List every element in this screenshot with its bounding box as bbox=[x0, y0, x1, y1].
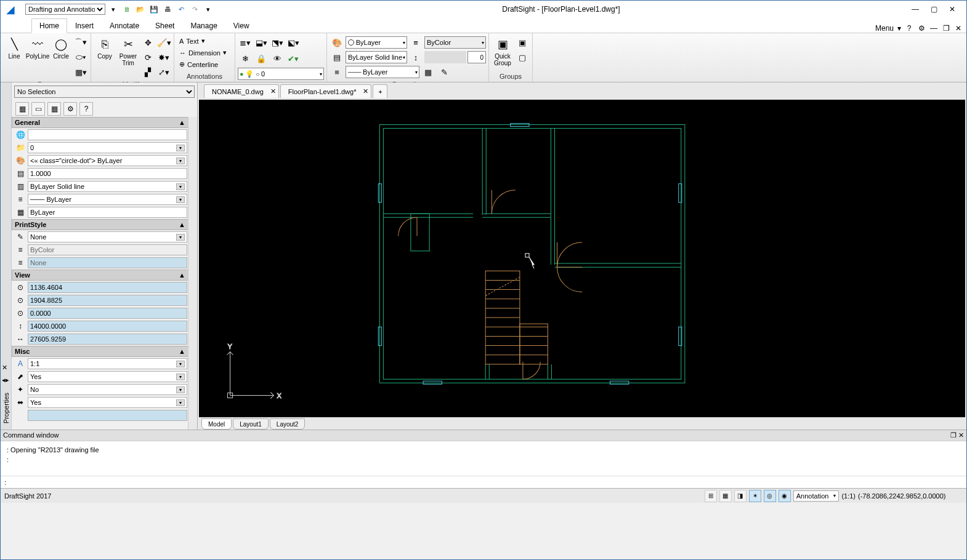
extra-field[interactable] bbox=[28, 410, 187, 421]
linetype-icon[interactable]: ▤ bbox=[330, 50, 344, 64]
doc-close-button[interactable]: ✕ bbox=[954, 24, 963, 33]
layer-tools-icon[interactable]: ⬔▾ bbox=[270, 36, 285, 49]
workspace-settings-icon[interactable]: ▾ bbox=[108, 4, 119, 15]
document-tab-new[interactable]: + bbox=[373, 84, 387, 98]
prop-cat-general[interactable]: General▲ bbox=[12, 117, 188, 128]
power-trim-button[interactable]: ✂Power Trim bbox=[117, 36, 139, 66]
tab-manage[interactable]: Manage bbox=[182, 18, 225, 33]
color-icon[interactable]: 🎨 bbox=[330, 36, 344, 49]
prop-cat-misc[interactable]: Misc▲ bbox=[12, 346, 188, 357]
app-logo-icon[interactable]: ◢ bbox=[3, 2, 18, 17]
ucsicon-field[interactable]: Yes bbox=[28, 371, 187, 382]
explode-icon[interactable]: ✸▾ bbox=[156, 50, 171, 64]
mirror-icon[interactable]: ▞ bbox=[140, 65, 155, 79]
transparency-slider[interactable] bbox=[424, 51, 466, 63]
redo-icon[interactable]: ↷ bbox=[189, 4, 200, 15]
rectangle-icon[interactable]: ⬭▾ bbox=[73, 50, 88, 64]
text-button[interactable]: AText▾ bbox=[177, 36, 232, 46]
ungroup-icon[interactable]: ▢ bbox=[515, 50, 530, 64]
drawing-canvas[interactable]: X Y bbox=[199, 100, 965, 417]
match-icon[interactable]: ↕ bbox=[408, 50, 423, 64]
lineweight-field[interactable]: ─── ByLayer bbox=[28, 194, 187, 205]
properties-panel-tab[interactable]: ✕ ◂▸ Properties bbox=[1, 82, 12, 430]
panel-pin-icon[interactable]: ◂▸ bbox=[2, 376, 10, 385]
document-tab-noname[interactable]: NONAME_0.dwg✕ bbox=[204, 84, 279, 98]
polygon-icon[interactable]: ▦▾ bbox=[73, 65, 88, 79]
eyedropper-icon[interactable]: ✎ bbox=[437, 65, 451, 79]
circle-button[interactable]: ◯Circle bbox=[50, 36, 72, 60]
tab-insert[interactable]: Insert bbox=[67, 18, 102, 33]
sheet-tab-layout2[interactable]: Layout2 bbox=[270, 418, 305, 430]
layer-field[interactable]: 0 bbox=[28, 142, 187, 153]
layer-lock-icon[interactable]: 🔒 bbox=[254, 52, 269, 65]
layer-manager-icon[interactable]: ≣▾ bbox=[238, 36, 253, 49]
rotate-icon[interactable]: ⟳ bbox=[140, 50, 155, 64]
sheet-tab-layout1[interactable]: Layout1 bbox=[233, 418, 269, 430]
transparency-input[interactable] bbox=[467, 51, 486, 63]
center-x-field[interactable]: 1136.4604 bbox=[28, 282, 187, 293]
layer-isolate-icon[interactable]: 👁 bbox=[270, 52, 285, 65]
props-palette-icon[interactable]: ▦ bbox=[421, 65, 435, 79]
dimension-button[interactable]: ↔Dimension▾ bbox=[177, 47, 232, 58]
undo-icon[interactable]: ↶ bbox=[176, 4, 187, 15]
minimize-button[interactable]: — bbox=[908, 2, 922, 16]
ucsper-field[interactable]: Yes bbox=[28, 397, 187, 408]
grid-button[interactable]: ▦ bbox=[719, 490, 732, 502]
arc-icon[interactable]: ⌒▾ bbox=[73, 36, 88, 49]
ucsorigin-field[interactable]: No bbox=[28, 384, 187, 395]
color-field[interactable]: <« class="circle-dot"> ByLayer bbox=[28, 155, 187, 166]
center-z-field[interactable]: 0.0000 bbox=[28, 308, 187, 319]
close-button[interactable]: ✕ bbox=[945, 2, 959, 16]
layer-check-icon[interactable]: ✔▾ bbox=[286, 52, 301, 65]
workspace-select[interactable]: Drafting and Annotation bbox=[25, 4, 105, 15]
polyline-button[interactable]: 〰PolyLine bbox=[26, 36, 49, 60]
save-icon[interactable]: 💾 bbox=[148, 4, 160, 15]
doc-tab-close-icon[interactable]: ✕ bbox=[270, 87, 276, 95]
open-icon[interactable]: 📂 bbox=[135, 4, 146, 15]
doc-restore-button[interactable]: ❐ bbox=[942, 24, 950, 33]
print-field[interactable]: ByLayer bbox=[28, 207, 187, 218]
scale-field[interactable]: 1.0000 bbox=[28, 168, 187, 179]
calc-icon[interactable]: ⚙ bbox=[63, 102, 77, 116]
pstyle-field[interactable]: None bbox=[28, 231, 187, 242]
selection-combo[interactable]: No Selection bbox=[14, 86, 195, 98]
qat-more-icon[interactable]: ▾ bbox=[203, 4, 214, 15]
copy-button[interactable]: ⎘Copy bbox=[94, 36, 116, 60]
prop-cat-printstyle[interactable]: PrintStyle▲ bbox=[12, 219, 188, 230]
command-input[interactable]: : bbox=[1, 476, 966, 488]
cmd-close-icon[interactable]: ✕ bbox=[958, 431, 964, 439]
layer-filter-icon[interactable]: ⬕▾ bbox=[286, 36, 301, 49]
command-history[interactable]: : Opening "R2013" drawing file : bbox=[1, 441, 966, 476]
line-button[interactable]: ╲Line bbox=[3, 36, 25, 60]
lineweight-combo[interactable]: ─── ByLayer bbox=[346, 66, 419, 78]
group-edit-icon[interactable]: ▣ bbox=[515, 36, 530, 49]
help2-icon[interactable]: ? bbox=[79, 102, 93, 116]
tab-sheet[interactable]: Sheet bbox=[147, 18, 182, 33]
active-layer-combo[interactable]: ● 💡 ○ 0 bbox=[238, 68, 324, 80]
tab-annotate[interactable]: Annotate bbox=[102, 18, 147, 33]
quick-select-icon[interactable]: ▦ bbox=[47, 102, 61, 116]
quick-group-button[interactable]: ▣Quick Group bbox=[492, 36, 514, 66]
tab-home[interactable]: Home bbox=[31, 18, 67, 33]
center-y-field[interactable]: 1904.8825 bbox=[28, 295, 187, 306]
esnap-button[interactable]: ◎ bbox=[764, 490, 776, 502]
print-icon[interactable]: 🖶 bbox=[162, 4, 173, 15]
menu-dropdown[interactable]: Menu bbox=[875, 24, 894, 33]
help-icon[interactable]: ? bbox=[905, 24, 913, 33]
prop-cat-view[interactable]: View▲ bbox=[12, 270, 188, 281]
lineweight-icon[interactable]: ≡ bbox=[330, 65, 344, 79]
tab-view[interactable]: View bbox=[225, 18, 257, 33]
erase-icon[interactable]: 🧹▾ bbox=[156, 36, 171, 49]
doc-tab-close-icon[interactable]: ✕ bbox=[363, 87, 368, 95]
sheet-tab-model[interactable]: Model bbox=[201, 418, 232, 430]
layer-freeze-icon[interactable]: ❄ bbox=[238, 52, 253, 65]
linetype-combo[interactable]: ByLayer Solid line bbox=[346, 51, 407, 63]
new-icon[interactable]: 🗎 bbox=[121, 4, 132, 15]
polar-button[interactable]: ✶ bbox=[749, 490, 761, 502]
maximize-button[interactable]: ▢ bbox=[927, 2, 941, 16]
doc-minimize-button[interactable]: — bbox=[929, 24, 938, 33]
centerline-button[interactable]: ⊕Centerline bbox=[177, 59, 232, 70]
height-field[interactable]: 14000.0000 bbox=[28, 321, 187, 332]
snap-button[interactable]: ⊞ bbox=[705, 490, 717, 502]
ortho-button[interactable]: ◨ bbox=[734, 490, 746, 502]
